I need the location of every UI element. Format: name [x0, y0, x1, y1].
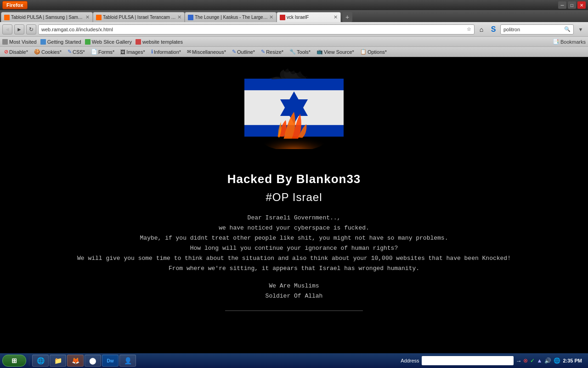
tab-2-favicon [96, 15, 102, 20]
resize-label: Resize* [266, 49, 283, 55]
address-bar[interactable]: web.ramgat.co.il/includes/x.html ☆ [38, 24, 475, 34]
dev-images[interactable]: 🖼 Images* [119, 49, 147, 55]
new-tab-button[interactable]: + [342, 12, 352, 22]
disable-icon: ⊘ [4, 49, 8, 55]
tab-3[interactable]: The Lounge | Kaskus - The Largest In... … [185, 12, 277, 22]
tray-clock: 2:35 PM [563, 358, 582, 363]
dev-view-source[interactable]: 📺 View Source* [315, 49, 356, 55]
tab-1-close[interactable]: ✕ [85, 14, 90, 20]
skype-button[interactable]: S [488, 24, 498, 34]
message-line-2: we have noticed your cyberspace is fucke… [219, 224, 369, 231]
dev-information[interactable]: ℹ Information* [149, 49, 183, 55]
web-slice-label: Web Slice Gallery [92, 39, 132, 45]
forward-button[interactable]: ► [14, 24, 24, 34]
most-visited-label: Most Visited [9, 39, 37, 45]
titlebar-left: Firefox [2, 1, 28, 9]
dev-disable[interactable]: ⊘ Disable* [2, 49, 30, 55]
options-icon: 📋 [360, 49, 367, 55]
getting-started-favicon [40, 39, 46, 45]
nav-arrow-button[interactable]: ▼ [576, 24, 586, 34]
bookmark-website-templates[interactable]: website templates [136, 39, 183, 45]
images-label: Images* [126, 49, 145, 55]
search-text: politron [503, 27, 562, 32]
disable-label: Disable* [9, 49, 28, 55]
address-go-icon[interactable]: → [516, 357, 522, 364]
system-tray: ⊗ ✓ ▲ 🔊 🌐 2:35 PM [523, 357, 586, 364]
dev-tools[interactable]: 🔧 Tools* [288, 49, 312, 55]
minimize-button[interactable]: ─ [558, 1, 566, 9]
refresh-button[interactable]: ↻ [26, 24, 36, 34]
taskbar-firefox[interactable]: 🦊 [67, 355, 84, 367]
hacked-title: Hacked By Blankon33 [227, 172, 361, 186]
dev-cookies[interactable]: 🍪 Cookies* [32, 49, 63, 55]
signature-line-1: We Are Muslims [269, 282, 319, 289]
most-visited-favicon [2, 39, 8, 45]
close-button[interactable]: ✕ [577, 1, 586, 9]
navigation-bar: ◄ ► ↻ web.ramgat.co.il/includes/x.html ☆… [0, 22, 588, 37]
bookmarks-bar: Most Visited Getting Started Web Slice G… [0, 37, 588, 47]
op-title: #OP Israel [266, 191, 322, 204]
forms-icon: 📄 [91, 49, 97, 55]
getting-started-label: Getting Started [47, 39, 81, 45]
tab-4-label: vck IsraelF [287, 15, 332, 20]
taskbar-dw[interactable]: Dw [102, 355, 119, 367]
star-icon[interactable]: ☆ [467, 26, 471, 32]
tab-1[interactable]: Tabloid PULSA | Samsung | Samsung... ✕ [1, 12, 93, 22]
page-content: Hacked By Blankon33 #OP Israel Dear Isra… [0, 57, 588, 353]
message-line-4: How long will you continue your ignoranc… [190, 245, 398, 252]
view-source-label: View Source* [324, 49, 354, 55]
firefox-menu-button[interactable]: Firefox [2, 1, 28, 9]
dev-miscellaneous[interactable]: ✉ Miscellaneous* [185, 49, 228, 55]
outline-label: Outline* [237, 49, 255, 55]
message-line-5: We will give you some time to think abou… [77, 255, 511, 262]
tray-icon-2: ✓ [530, 357, 535, 364]
url-display: web.ramgat.co.il/includes/x.html [41, 27, 467, 32]
tray-icon-5: 🌐 [554, 357, 560, 364]
address-input-tray[interactable] [422, 356, 514, 365]
title-bar: Firefox ─ □ ✕ [0, 0, 588, 10]
tab-2-close[interactable]: ✕ [177, 14, 181, 20]
home-button[interactable]: ⌂ [476, 24, 486, 34]
options-label: Options* [368, 49, 387, 55]
css-icon: ✎ [68, 49, 72, 55]
tab-3-label: The Lounge | Kaskus - The Largest In... [195, 15, 268, 20]
dev-resize[interactable]: ✎ Resize* [259, 49, 285, 55]
taskbar-folder[interactable]: 📁 [50, 355, 66, 367]
search-icon[interactable]: 🔍 [564, 26, 571, 32]
maximize-button[interactable]: □ [568, 1, 576, 9]
dev-forms[interactable]: 📄 Forms* [89, 49, 116, 55]
search-box[interactable]: politron 🔍 [500, 24, 574, 34]
taskbar-chrome[interactable]: ⬤ [85, 355, 101, 367]
tab-3-close[interactable]: ✕ [269, 14, 273, 20]
flag-image [230, 66, 358, 167]
bookmarks-button[interactable]: 📑 Bookmarks [553, 39, 586, 45]
taskbar-extra[interactable]: 👤 [119, 355, 136, 367]
tray-icon-1: ⊗ [523, 357, 528, 364]
dev-css[interactable]: ✎ CSS* [66, 49, 87, 55]
bookmark-getting-started[interactable]: Getting Started [40, 39, 81, 45]
view-source-icon: 📺 [317, 49, 323, 55]
bookmark-web-slice[interactable]: Web Slice Gallery [85, 39, 132, 45]
forms-label: Forms* [98, 49, 114, 55]
signature-line-2: Soldier Of Allah [266, 293, 323, 299]
bookmark-most-visited[interactable]: Most Visited [2, 39, 37, 45]
message-text: Dear Israeli Government.., we have notic… [68, 213, 520, 274]
tab-4[interactable]: vck IsraelF ✕ [277, 12, 341, 22]
back-button[interactable]: ◄ [2, 24, 12, 34]
dev-outline[interactable]: ✎ Outline* [230, 49, 257, 55]
divider-line [225, 310, 363, 311]
information-icon: ℹ [151, 49, 153, 55]
website-templates-favicon [136, 39, 141, 45]
tab-2[interactable]: Tabloid PULSA | Israel Terancam Diha... … [93, 12, 185, 22]
tab-4-close[interactable]: ✕ [334, 14, 338, 20]
message-line-1: Dear Israeli Government.., [248, 214, 341, 221]
flag-svg [230, 66, 358, 149]
dev-options[interactable]: 📋 Options* [358, 49, 389, 55]
tab-2-label: Tabloid PULSA | Israel Terancam Diha... [103, 15, 176, 20]
outline-icon: ✎ [232, 49, 236, 55]
taskbar-divider [29, 356, 29, 366]
misc-label: Miscellaneous* [192, 49, 226, 55]
bookmarks-icon: 📑 [553, 39, 559, 45]
taskbar-ie[interactable]: 🌐 [32, 355, 49, 367]
start-button[interactable]: ⊞ [2, 355, 26, 367]
